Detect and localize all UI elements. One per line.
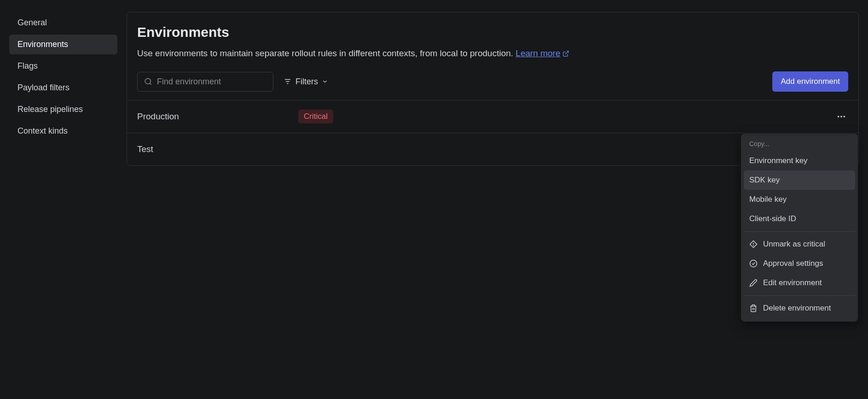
menu-item-label: Edit environment bbox=[763, 278, 822, 288]
environment-name: Test bbox=[137, 144, 298, 154]
sidebar-item-environments[interactable]: Environments bbox=[9, 35, 117, 54]
sidebar-item-label: Context kinds bbox=[17, 126, 68, 135]
sidebar-item-general[interactable]: General bbox=[9, 13, 117, 33]
menu-item-mobile-key[interactable]: Mobile key bbox=[744, 190, 855, 209]
sidebar-item-payload-filters[interactable]: Payload filters bbox=[9, 78, 117, 98]
menu-item-environment-key[interactable]: Environment key bbox=[744, 151, 855, 170]
svg-point-14 bbox=[750, 260, 757, 267]
toolbar: Filters Add environment bbox=[127, 69, 858, 100]
sidebar: General Environments Flags Payload filte… bbox=[0, 0, 127, 399]
svg-line-0 bbox=[565, 51, 568, 54]
sidebar-item-context-kinds[interactable]: Context kinds bbox=[9, 121, 117, 141]
chevron-down-icon bbox=[322, 78, 328, 85]
filters-button[interactable]: Filters bbox=[284, 77, 328, 87]
svg-point-8 bbox=[844, 116, 845, 118]
sidebar-item-release-pipelines[interactable]: Release pipelines bbox=[9, 100, 117, 119]
context-menu-header: Copy... bbox=[744, 137, 855, 151]
more-options-button[interactable] bbox=[834, 110, 848, 123]
sidebar-item-label: Flags bbox=[17, 61, 38, 70]
svg-point-13 bbox=[753, 246, 754, 246]
environment-row-production: Production Critical bbox=[127, 100, 858, 133]
sidebar-item-label: General bbox=[17, 18, 47, 27]
learn-more-link[interactable]: Learn more bbox=[515, 48, 569, 58]
menu-item-edit-environment[interactable]: Edit environment bbox=[744, 273, 855, 293]
menu-item-client-side-id[interactable]: Client-side ID bbox=[744, 209, 855, 229]
main-content: Environments Use environments to maintai… bbox=[127, 0, 859, 399]
trash-icon bbox=[749, 304, 758, 312]
page-title: Environments bbox=[137, 24, 848, 40]
page-description: Use environments to maintain separate ro… bbox=[137, 47, 848, 60]
context-menu: Copy... Environment key SDK key Mobile k… bbox=[741, 134, 858, 322]
svg-line-2 bbox=[150, 83, 151, 85]
svg-point-6 bbox=[838, 116, 839, 118]
check-circle-icon bbox=[749, 259, 758, 268]
menu-item-sdk-key[interactable]: SDK key bbox=[744, 170, 855, 190]
sidebar-item-label: Payload filters bbox=[17, 83, 69, 92]
menu-item-delete-environment[interactable]: Delete environment bbox=[744, 299, 855, 318]
menu-item-label: Approval settings bbox=[763, 259, 823, 268]
diamond-alert-icon bbox=[749, 240, 758, 248]
menu-item-approval-settings[interactable]: Approval settings bbox=[744, 254, 855, 273]
external-link-icon bbox=[562, 50, 569, 57]
menu-item-label: SDK key bbox=[749, 176, 780, 185]
add-environment-button[interactable]: Add environment bbox=[772, 71, 848, 92]
menu-divider bbox=[744, 295, 855, 296]
filter-icon bbox=[284, 77, 292, 86]
pencil-icon bbox=[749, 279, 758, 287]
search-icon bbox=[144, 77, 152, 86]
sidebar-item-label: Release pipelines bbox=[17, 105, 83, 114]
menu-item-label: Client-side ID bbox=[749, 214, 796, 223]
menu-item-label: Mobile key bbox=[749, 195, 787, 204]
menu-item-label: Unmark as critical bbox=[763, 240, 825, 249]
search-input[interactable] bbox=[157, 77, 266, 87]
status-badge: Critical bbox=[298, 110, 333, 123]
menu-divider bbox=[744, 231, 855, 232]
search-box[interactable] bbox=[137, 72, 273, 92]
environment-name: Production bbox=[137, 111, 298, 122]
sidebar-item-label: Environments bbox=[17, 40, 68, 49]
svg-point-1 bbox=[145, 79, 150, 84]
menu-item-label: Delete environment bbox=[763, 304, 831, 313]
menu-item-label: Environment key bbox=[749, 156, 808, 165]
menu-item-unmark-critical[interactable]: Unmark as critical bbox=[744, 235, 855, 254]
panel-header: Environments Use environments to maintai… bbox=[127, 12, 858, 69]
more-horizontal-icon bbox=[836, 111, 846, 122]
sidebar-item-flags[interactable]: Flags bbox=[9, 56, 117, 76]
filters-label: Filters bbox=[295, 77, 318, 87]
svg-point-7 bbox=[840, 116, 842, 118]
